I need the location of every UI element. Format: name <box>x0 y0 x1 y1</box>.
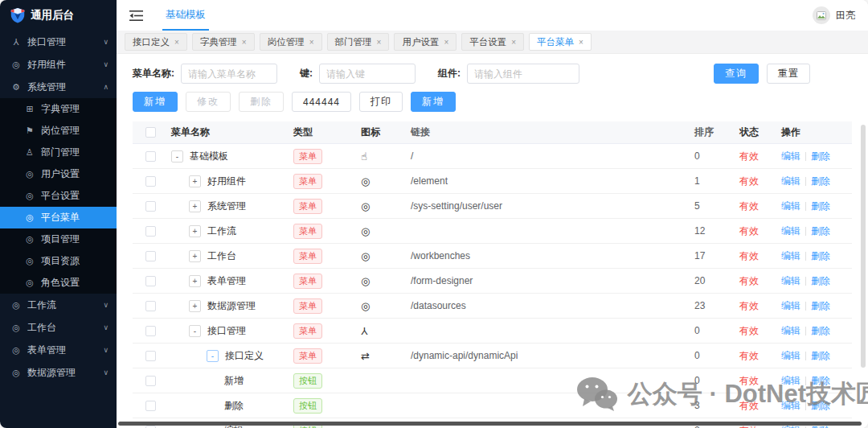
sidebar-item-workflow[interactable]: ◎工作流∨ <box>0 294 117 316</box>
row-checkbox[interactable] <box>145 301 156 311</box>
delete-link[interactable]: 删除 <box>811 249 830 263</box>
edit-link[interactable]: 编辑 <box>781 324 800 338</box>
expand-icon[interactable]: + <box>189 175 201 187</box>
collapse-sidebar-icon[interactable] <box>129 10 143 22</box>
tag-tab-平台菜单[interactable]: 平台菜单× <box>529 33 592 51</box>
header-type: 类型 <box>290 126 358 139</box>
close-icon[interactable]: × <box>242 38 247 47</box>
edit-link[interactable]: 编辑 <box>781 249 800 263</box>
row-checkbox[interactable] <box>145 351 156 361</box>
row-checkbox[interactable] <box>145 376 156 386</box>
sidebar-item-project[interactable]: ◎项目管理 <box>0 228 117 250</box>
sidebar-item-system[interactable]: ⚙系统管理∧ <box>0 76 117 98</box>
sidebar-item-platform-menu[interactable]: ◎平台菜单 <box>0 207 117 228</box>
row-checkbox[interactable] <box>145 176 156 187</box>
edit-link[interactable]: 编辑 <box>781 274 800 288</box>
edit-link[interactable]: 编辑 <box>781 175 800 188</box>
edit-link[interactable]: 编辑 <box>781 299 800 313</box>
tag-tab-字典管理[interactable]: 字典管理× <box>192 33 255 51</box>
delete-link[interactable]: 删除 <box>811 224 830 238</box>
component-input[interactable] <box>467 64 579 84</box>
delete-link[interactable]: 删除 <box>811 175 830 188</box>
row-checkbox[interactable] <box>145 401 156 411</box>
close-icon[interactable]: × <box>511 38 516 47</box>
sidebar-item-resource[interactable]: ◎项目资源 <box>0 250 117 272</box>
expand-icon[interactable]: + <box>189 225 201 237</box>
delete-link[interactable]: 删除 <box>811 399 830 413</box>
edit-link[interactable]: 编辑 <box>781 399 800 413</box>
sidebar-item-form[interactable]: ◎表单管理∨ <box>0 339 117 361</box>
expand-icon[interactable]: + <box>189 300 201 312</box>
tag-tab-用户设置[interactable]: 用户设置× <box>394 33 457 51</box>
delete-link[interactable]: 删除 <box>811 324 830 338</box>
sidebar-item-dept[interactable]: ♙部门管理 <box>0 142 117 163</box>
delete-link[interactable]: 删除 <box>811 299 830 313</box>
collapse-icon[interactable]: - <box>189 325 201 337</box>
toolbar-button-3-plain[interactable]: 444444 <box>292 92 351 112</box>
sidebar-item-components[interactable]: ◎好用组件∨ <box>0 53 117 76</box>
operations-cell: 编辑删除 <box>778 274 852 288</box>
filter-key: 键: <box>300 64 416 84</box>
sidebar-item-platform-settings[interactable]: ◎平台设置 <box>0 185 117 207</box>
type-tag: 菜单 <box>293 323 322 339</box>
edit-link[interactable]: 编辑 <box>781 374 800 388</box>
close-icon[interactable]: × <box>377 38 382 47</box>
edit-link[interactable]: 编辑 <box>781 150 800 163</box>
toolbar-button-4-plain[interactable]: 打印 <box>359 92 403 112</box>
sidebar-item-api[interactable]: Y接口管理∨ <box>0 31 117 53</box>
expand-icon[interactable]: + <box>189 250 201 262</box>
row-checkbox[interactable] <box>145 251 156 261</box>
close-icon[interactable]: × <box>444 38 448 47</box>
close-icon[interactable]: × <box>309 38 314 47</box>
edit-link[interactable]: 编辑 <box>781 349 800 363</box>
close-icon[interactable]: × <box>579 38 583 47</box>
collapse-icon[interactable]: - <box>207 350 219 362</box>
icon-cell: ⇄ <box>358 350 407 362</box>
expand-icon[interactable]: + <box>189 200 201 212</box>
row-checkbox[interactable] <box>145 201 156 212</box>
sidebar-item-label: 平台设置 <box>41 189 108 203</box>
type-tag: 菜单 <box>293 199 322 214</box>
search-button[interactable]: 查询 <box>714 64 759 84</box>
delete-link[interactable]: 删除 <box>811 200 830 213</box>
edit-link[interactable]: 编辑 <box>781 224 800 238</box>
delete-link[interactable]: 删除 <box>811 150 830 163</box>
row-checkbox[interactable] <box>145 426 156 428</box>
sidebar-item-dict[interactable]: ⊞字典管理 <box>0 98 117 120</box>
row-checkbox[interactable] <box>145 326 156 336</box>
sidebar-item-user-settings[interactable]: ◎用户设置 <box>0 163 117 185</box>
status-cell: 有效 <box>736 175 778 188</box>
expand-icon[interactable]: + <box>189 275 201 287</box>
close-icon[interactable]: × <box>174 38 179 47</box>
sidebar-item-label: 工作流 <box>27 298 97 312</box>
reset-button[interactable]: 重置 <box>767 64 810 84</box>
row-checkbox[interactable] <box>145 276 156 286</box>
edit-link[interactable]: 编辑 <box>781 200 800 213</box>
delete-link[interactable]: 删除 <box>811 349 830 363</box>
toolbar-button-0-primary[interactable]: 新增 <box>133 92 178 112</box>
link-cell: /sys-setting/user/user <box>407 200 691 212</box>
toolbar-button-5-primary[interactable]: 新增 <box>411 92 456 112</box>
tag-tab-部门管理[interactable]: 部门管理× <box>327 33 390 51</box>
sidebar-item-post[interactable]: ⚑岗位管理 <box>0 120 117 142</box>
sidebar-item-datasource[interactable]: ◎数据源管理∨ <box>0 361 117 384</box>
delete-link[interactable]: 删除 <box>811 374 830 388</box>
sidebar-item-role[interactable]: ◎角色设置 <box>0 272 117 294</box>
key-input[interactable] <box>319 64 416 84</box>
tag-tab-平台设置[interactable]: 平台设置× <box>461 33 524 51</box>
tab-base-template[interactable]: 基础模板 <box>162 0 209 31</box>
row-checkbox[interactable] <box>145 151 156 162</box>
vertical-scrollbar[interactable] <box>861 125 866 368</box>
tag-tab-岗位管理[interactable]: 岗位管理× <box>260 33 322 51</box>
sidebar-item-label: 数据源管理 <box>27 366 97 380</box>
sidebar-item-workbench[interactable]: ◎工作台∨ <box>0 316 117 339</box>
sidebar-item-label: 好用组件 <box>27 58 97 72</box>
menu-name-input[interactable] <box>181 64 277 84</box>
collapse-icon[interactable]: - <box>171 150 183 163</box>
horizontal-scrollbar[interactable] <box>118 422 862 426</box>
select-all-checkbox[interactable] <box>145 127 156 138</box>
delete-link[interactable]: 删除 <box>811 274 830 288</box>
user-menu[interactable]: 田亮 <box>813 6 855 24</box>
tag-tab-接口定义[interactable]: 接口定义× <box>125 33 187 51</box>
row-checkbox[interactable] <box>145 226 156 237</box>
